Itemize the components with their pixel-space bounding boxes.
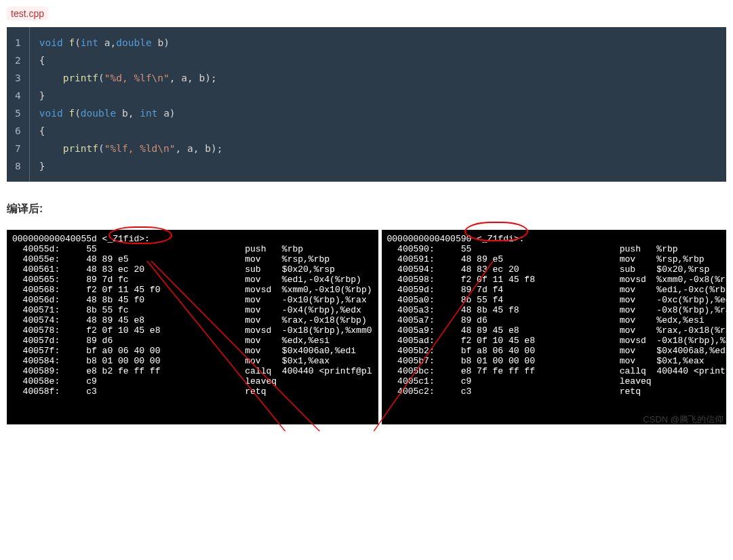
ln: 1 [7,34,29,52]
code-line: printf("%d, %lf\n", a, b); [30,69,233,87]
ln: 8 [7,157,29,175]
ln: 5 [7,104,29,122]
section-title: 编译后: [7,202,726,216]
code-line: void f(int a,double b) [30,34,233,52]
ln: 7 [7,140,29,157]
ln: 6 [7,122,29,140]
asm-panel-left: 000000000040055d <_Z1fid>: 40055d: 55 pu… [7,230,378,424]
asm-panel-right: 0000000000400590 <_Z1fdi>: 400590: 55 pu… [382,230,727,424]
ln: 3 [7,69,29,87]
ln: 4 [7,87,29,104]
ln: 2 [7,52,29,69]
code-line: } [30,87,233,104]
code-line: } [30,157,233,175]
assembly-row: 000000000040055d <_Z1fid>: 40055d: 55 pu… [7,230,726,424]
code-line: { [30,52,233,69]
watermark: CSDN @腾飞的信仰 [643,414,724,426]
code-line: { [30,122,233,140]
code-line: printf("%lf, %ld\n", a, b); [30,140,233,157]
code-lines: void f(int a,double b) { printf("%d, %lf… [30,27,233,182]
source-code-block: 1 2 3 4 5 6 7 8 void f(int a,double b) {… [7,27,726,182]
filename-tag: test.cpp [7,7,48,20]
line-number-gutter: 1 2 3 4 5 6 7 8 [7,27,30,182]
code-line: void f(double b, int a) [30,104,233,122]
